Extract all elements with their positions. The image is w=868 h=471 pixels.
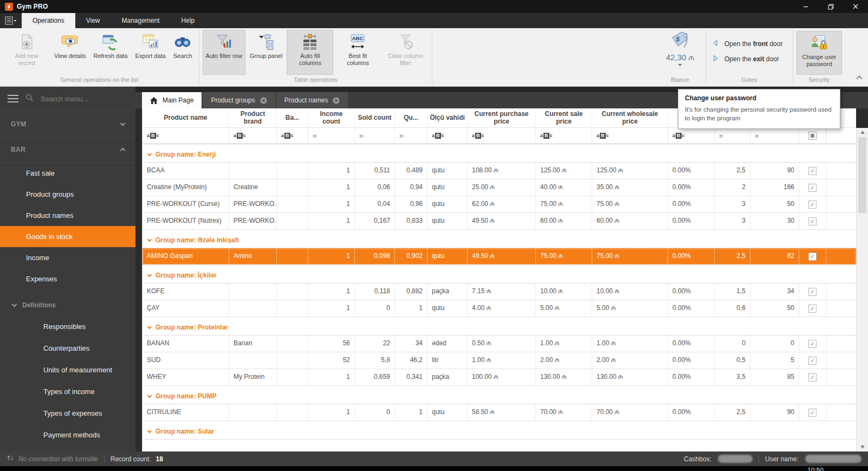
row-checkbox-cell[interactable]: ✓ bbox=[799, 163, 826, 179]
cell[interactable]: 0,489 bbox=[395, 163, 427, 179]
cell[interactable]: 10.00 ₼ bbox=[592, 283, 668, 300]
cell[interactable]: 40.00 ₼ bbox=[536, 179, 592, 196]
export-data-button[interactable]: Export data bbox=[132, 30, 169, 75]
cell[interactable]: 108.00 ₼ bbox=[468, 163, 536, 179]
cell[interactable]: 0,341 bbox=[395, 369, 427, 385]
cell[interactable]: 0.50 ₼ bbox=[468, 335, 536, 352]
menu-tab-management[interactable]: Management bbox=[111, 13, 171, 28]
cell[interactable]: 130.00 ₼ bbox=[592, 369, 668, 385]
cell[interactable]: 1 bbox=[395, 404, 427, 421]
tab-main-page[interactable]: Main Page bbox=[142, 92, 202, 108]
column-header-income-count[interactable]: Income count bbox=[308, 108, 355, 127]
group-row-group-name-enerji[interactable]: Group name: Enerji bbox=[142, 144, 856, 163]
cell[interactable] bbox=[229, 404, 277, 421]
close-button[interactable] bbox=[843, 0, 868, 13]
cell[interactable]: 2 bbox=[715, 179, 750, 196]
refresh-data-button[interactable]: Refresh data bbox=[90, 30, 131, 75]
menu-tab-operations[interactable]: Operations bbox=[22, 13, 75, 28]
cell[interactable]: 1 bbox=[308, 213, 355, 229]
checkbox-checked-icon[interactable]: ✓ bbox=[808, 357, 817, 365]
cell[interactable]: 60.00 ₼ bbox=[592, 213, 668, 229]
group-row-group-name-proteinl-r[interactable]: Group name: Proteinlər bbox=[142, 317, 856, 335]
filter-cell-current-purchase-price[interactable]: aBc bbox=[468, 128, 536, 144]
table-row-pre-workout-nutrex[interactable]: PRE-WORKOUT (Nutrex)PRE-WORKO...10,1670,… bbox=[142, 213, 856, 230]
cell[interactable]: 2,5 bbox=[715, 248, 750, 264]
checkbox-checked-icon[interactable]: ✓ bbox=[808, 409, 817, 417]
cell[interactable]: 2.00 ₼ bbox=[592, 352, 668, 369]
table-row-bcaa[interactable]: BCAA10,5110,489qutu108.00 ₼125.00 ₼125.0… bbox=[142, 163, 856, 179]
cell[interactable]: 1 bbox=[308, 300, 355, 317]
cell[interactable]: 1.00 ₼ bbox=[468, 352, 536, 369]
cell[interactable]: 166 bbox=[750, 179, 799, 196]
filter-cell-l-vahidi[interactable]: aBc bbox=[427, 128, 468, 144]
column-header-current-wholesale-price[interactable]: Current wholesale price bbox=[592, 108, 668, 127]
cell[interactable]: 0.00% bbox=[668, 283, 715, 300]
cell[interactable]: 49.50 ₼ bbox=[468, 248, 536, 264]
cell[interactable]: 75.00 ₼ bbox=[592, 248, 668, 264]
sidebar-item-goods-in-stock[interactable]: Goods in stock bbox=[0, 226, 135, 247]
sidebar-hamburger-icon[interactable] bbox=[8, 95, 18, 102]
cell[interactable]: 2.00 ₼ bbox=[536, 352, 592, 369]
sidebar-item-product-names[interactable]: Product names bbox=[0, 205, 135, 226]
group-row-group-name-i-kil-r[interactable]: Group name: İçkilər bbox=[142, 265, 856, 283]
cell[interactable]: 0 bbox=[715, 335, 750, 352]
checkbox-checked-icon[interactable]: ✓ bbox=[808, 253, 817, 261]
cell[interactable]: SUD bbox=[142, 352, 229, 369]
cell[interactable]: 125.00 ₼ bbox=[592, 163, 668, 179]
cell[interactable]: 1 bbox=[395, 300, 427, 317]
filter-cell-current-wholesale-price[interactable]: aBc bbox=[592, 128, 668, 144]
cell[interactable]: 1 bbox=[308, 283, 355, 300]
cell[interactable]: 75.00 ₼ bbox=[536, 196, 592, 212]
cell[interactable]: 25.00 ₼ bbox=[468, 179, 536, 196]
cell[interactable]: PRE-WORKO... bbox=[229, 196, 277, 212]
cell[interactable]: 125.00 ₼ bbox=[536, 163, 592, 179]
sidebar-item-fast-sale[interactable]: Fast sale bbox=[0, 163, 135, 184]
cell[interactable]: 0,882 bbox=[395, 283, 427, 300]
filter-cell-sold-count[interactable]: = bbox=[355, 128, 395, 144]
scroll-down-icon[interactable] bbox=[857, 443, 868, 451]
cell[interactable] bbox=[277, 335, 308, 352]
cell[interactable] bbox=[277, 369, 308, 385]
cell[interactable]: 35.00 ₼ bbox=[592, 179, 668, 196]
column-header-product-name[interactable]: Product name bbox=[142, 108, 229, 127]
cell[interactable]: 2,5 bbox=[715, 163, 750, 179]
cell[interactable]: 10.00 ₼ bbox=[536, 283, 592, 300]
cell[interactable]: 34 bbox=[750, 283, 799, 300]
cell[interactable]: 75.00 ₼ bbox=[536, 248, 592, 264]
checkbox-checked-icon[interactable]: ✓ bbox=[808, 201, 817, 209]
cell[interactable]: 0.00% bbox=[668, 163, 715, 179]
sidebar-item-income[interactable]: Income bbox=[0, 247, 135, 268]
cell[interactable]: paçka bbox=[427, 283, 468, 300]
cell[interactable]: 3,5 bbox=[715, 369, 750, 385]
auto-fill-columns-button[interactable]: Auto fill columns bbox=[287, 30, 333, 75]
cell[interactable]: 0.00% bbox=[668, 196, 715, 212]
cell[interactable]: My Protein bbox=[229, 369, 277, 385]
row-checkbox-cell[interactable]: ✓ bbox=[799, 352, 826, 369]
cell[interactable] bbox=[277, 352, 308, 369]
cell[interactable]: Creatine (MyProtein) bbox=[142, 179, 229, 196]
table-row-citruline[interactable]: CITRULINE101qutu58.50 ₼70.00 ₼70.00 ₼0.0… bbox=[142, 404, 856, 421]
open-exit-door-button[interactable]: Open the exit door bbox=[711, 54, 792, 64]
cell[interactable]: 0,06 bbox=[355, 179, 395, 196]
cell[interactable]: 5.00 ₼ bbox=[536, 300, 592, 317]
cell[interactable]: paçka bbox=[427, 369, 468, 385]
cell[interactable]: qutu bbox=[427, 179, 468, 196]
cell[interactable] bbox=[229, 352, 277, 369]
cell[interactable]: 1 bbox=[308, 179, 355, 196]
cell[interactable]: 0.00% bbox=[668, 248, 715, 264]
cell[interactable]: 62.00 ₼ bbox=[468, 196, 536, 212]
cell[interactable]: 46,2 bbox=[395, 352, 427, 369]
cell[interactable]: 0,5 bbox=[715, 352, 750, 369]
cell[interactable]: CITRULINE bbox=[142, 404, 229, 421]
row-checkbox-cell[interactable]: ✓ bbox=[799, 404, 826, 421]
scrollbar-thumb[interactable] bbox=[858, 137, 866, 213]
open-front-door-button[interactable]: Open the front door bbox=[711, 39, 792, 49]
column-header-l-vahidi[interactable]: Ölçü vahidi bbox=[427, 108, 468, 127]
balance-dropdown-caret[interactable] bbox=[678, 64, 682, 66]
cell[interactable]: 90 bbox=[750, 163, 799, 179]
cell[interactable]: 1 bbox=[308, 369, 355, 385]
checkbox-checked-icon[interactable]: ✓ bbox=[808, 167, 817, 175]
group-row-group-name-pump[interactable]: Group name: PUMP bbox=[142, 386, 856, 404]
cell[interactable]: 0.00% bbox=[668, 404, 715, 421]
cell[interactable]: 3 bbox=[715, 213, 750, 229]
